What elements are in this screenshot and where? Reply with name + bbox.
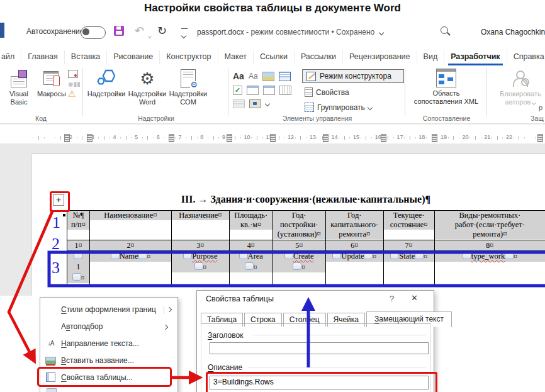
menu-item-направление-текста-[interactable]: ↓AНаправление текста... bbox=[40, 335, 177, 352]
ribbon-tab-Вставка[interactable]: Вставка bbox=[65, 50, 107, 64]
table-number-cell[interactable]: 6¤ bbox=[325, 240, 383, 251]
table-content-control-cell[interactable]: 1¤ bbox=[67, 251, 90, 286]
macros-button[interactable]: Макросы bbox=[36, 69, 67, 98]
picture-control-icon[interactable] bbox=[262, 72, 274, 81]
horizontal-ruler[interactable]: 2345678910111213141516171819202122 bbox=[0, 132, 545, 143]
table-header-cell[interactable]: Текущее·состояние¤ bbox=[383, 211, 434, 240]
word-app-icon[interactable] bbox=[0, 23, 4, 38]
table-number-cell[interactable]: 8¤ bbox=[434, 240, 545, 251]
customize-qat-icon[interactable] bbox=[181, 28, 188, 40]
table-header-cell[interactable]: Наименование¤ bbox=[89, 211, 171, 240]
ribbon-tab-Рассылки[interactable]: Рассылки bbox=[295, 50, 343, 64]
ribbon-tab-Рецензирование[interactable]: Рецензирование bbox=[343, 50, 417, 64]
ribbon-tab-Ссылки[interactable]: Ссылки bbox=[254, 50, 295, 64]
table-number-cell[interactable]: 4¤ bbox=[229, 240, 272, 251]
content-control-text[interactable]: State bbox=[399, 252, 415, 260]
ruler-column-marker[interactable] bbox=[381, 134, 386, 142]
ruler-column-marker[interactable] bbox=[227, 134, 232, 142]
ruler-column-marker[interactable] bbox=[87, 134, 93, 142]
table-header-cell[interactable]: Год·постройки·(установки)¤ bbox=[272, 211, 325, 240]
content-control-text[interactable]: Area bbox=[248, 252, 263, 260]
table-number-cell[interactable]: 2¤ bbox=[89, 240, 171, 251]
table-header-cell[interactable]: Виды·ремонтных·работ·(если·требует·ремон… bbox=[434, 211, 545, 240]
record-macro-icon[interactable] bbox=[68, 70, 78, 78]
table-content-control-cell[interactable]: Name¤ bbox=[89, 251, 171, 286]
combo-box-control-icon[interactable] bbox=[279, 72, 291, 81]
table-content-control-cell[interactable]: Purpose¤ bbox=[171, 251, 229, 286]
ribbon-tab-Конструктор[interactable]: Конструктор bbox=[160, 50, 218, 64]
ribbon-tab-Справка[interactable]: Справка bbox=[507, 50, 545, 64]
table-number-cell[interactable]: 1¤ bbox=[67, 240, 90, 251]
content-control-text[interactable]: Update bbox=[341, 252, 364, 260]
xml-mapping-pane-button[interactable]: Область сопоставления XML bbox=[409, 68, 483, 106]
checkbox-control-icon[interactable]: ✓ bbox=[233, 86, 242, 95]
content-control-text[interactable]: Purpose bbox=[192, 252, 217, 260]
table-header-cell[interactable]: Назначение¤ bbox=[171, 211, 229, 240]
table-number-cell[interactable]: 3¤ bbox=[171, 240, 229, 251]
plain-text-control-icon[interactable]: Aa bbox=[249, 72, 258, 81]
ribbon-tab-Разработчик[interactable]: Разработчик bbox=[444, 50, 507, 64]
date-picker-control-icon[interactable] bbox=[279, 86, 291, 95]
pause-recording-icon[interactable]: ◉▮▮ bbox=[68, 81, 81, 87]
document-name: passport.docx bbox=[197, 28, 244, 36]
save-icon[interactable] bbox=[114, 26, 124, 36]
saved-chevron-icon[interactable] bbox=[378, 30, 383, 35]
content-control-text[interactable]: type_work bbox=[471, 252, 505, 260]
saved-status[interactable]: • Сохранено bbox=[332, 28, 375, 36]
visual-basic-button[interactable]: Visual Basic bbox=[3, 69, 35, 106]
design-mode-button[interactable]: Режим конструктора bbox=[302, 69, 404, 83]
table-header-cell[interactable]: Площадь·кв.·м¤ bbox=[229, 211, 272, 240]
ruler-column-marker[interactable] bbox=[270, 134, 276, 142]
autosave-toggle[interactable] bbox=[81, 26, 106, 39]
rich-text-control-icon[interactable]: Aa bbox=[233, 71, 244, 81]
ruler-number: 12 bbox=[288, 134, 294, 140]
content-control-text[interactable]: 1 bbox=[76, 262, 80, 271]
legacy-tools-chevron-icon[interactable] bbox=[265, 101, 270, 106]
ruler-column-marker[interactable] bbox=[537, 134, 543, 142]
table-header-cell[interactable]: Год·капитального·ремонта¤ bbox=[325, 211, 383, 240]
repeating-section-control-icon[interactable] bbox=[233, 99, 245, 108]
table-content-control-cell[interactable]: State¤ bbox=[383, 251, 434, 286]
table-number-cell[interactable]: 7¤ bbox=[383, 240, 434, 251]
menu-item-стили-оформления-границ[interactable]: Стили оформления границ bbox=[40, 301, 177, 318]
undo-dropdown-chevron-icon[interactable] bbox=[149, 30, 151, 42]
content-control-text[interactable]: Create bbox=[293, 252, 314, 260]
table-content-control-cell[interactable]: Update¤ bbox=[325, 251, 383, 286]
dialog-close-icon[interactable]: ✕ bbox=[411, 293, 418, 303]
ruler-column-marker[interactable] bbox=[432, 134, 437, 142]
table-number-cell[interactable]: 5¤ bbox=[272, 240, 325, 251]
dialog-help-icon[interactable]: ? bbox=[390, 294, 394, 303]
ruler-column-marker[interactable] bbox=[169, 134, 174, 142]
legacy-tools-icon[interactable] bbox=[249, 99, 261, 108]
undo-icon[interactable]: ↶ bbox=[135, 24, 144, 38]
ribbon-tab-Рисование[interactable]: Рисование bbox=[107, 50, 160, 64]
content-control-tag-icon bbox=[74, 252, 82, 259]
com-addins-button[interactable]: ⚙ Надстройки COM bbox=[168, 69, 208, 106]
content-control-text[interactable]: Name bbox=[120, 252, 138, 260]
field-input-заголовок[interactable] bbox=[210, 342, 429, 354]
word-addins-button[interactable]: ⚙ Надстройки Word bbox=[128, 69, 167, 106]
ribbon-tab-Вид[interactable]: Вид bbox=[417, 50, 445, 64]
ribbon-tab-Главная[interactable]: Главная bbox=[21, 50, 65, 64]
content-control-tag-icon bbox=[415, 252, 424, 259]
group-controls-button[interactable]: Группировать bbox=[305, 103, 372, 112]
table-content-control-cell[interactable]: type_work¤ bbox=[434, 251, 545, 286]
table-content-control-cell[interactable]: Area¤ bbox=[229, 251, 272, 286]
ribbon-tab-айл[interactable]: айл bbox=[0, 50, 21, 64]
addins-button[interactable]: Надстройки bbox=[86, 69, 126, 98]
search-icon[interactable] bbox=[441, 26, 448, 34]
table-header-cell[interactable]: №¶п/п¤ bbox=[67, 211, 90, 240]
menu-item-вставить-название-[interactable]: Вставить название... bbox=[40, 352, 177, 369]
building-block-control-icon[interactable] bbox=[247, 86, 259, 95]
ruler-column-marker[interactable] bbox=[64, 134, 70, 142]
submenu-chevron-icon bbox=[163, 324, 168, 329]
menu-item-автоподбор[interactable]: Автоподбор bbox=[40, 318, 177, 335]
group-label-mapping: Сопоставление bbox=[407, 115, 486, 122]
ribbon-tab-Макет[interactable]: Макет bbox=[218, 50, 254, 64]
table-content-control-cell[interactable]: Create¤ bbox=[272, 251, 325, 286]
dropdown-list-control-icon[interactable] bbox=[263, 86, 275, 95]
macro-security-warning-icon[interactable]: ⚠ bbox=[68, 89, 81, 98]
redo-icon[interactable]: ↻ bbox=[157, 24, 167, 38]
ruler-column-marker[interactable] bbox=[323, 134, 329, 142]
control-properties-button[interactable]: Свойства bbox=[305, 87, 349, 97]
